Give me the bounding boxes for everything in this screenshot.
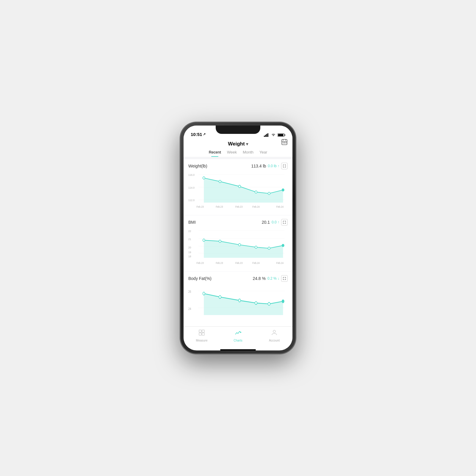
- svg-text:19: 19: [188, 251, 191, 254]
- svg-point-45: [282, 244, 284, 247]
- weight-change: 0.0 lb ↑: [268, 164, 279, 168]
- svg-rect-64: [202, 333, 204, 335]
- bmi-chart-card: BMI 20.1 0.0 ↑: [184, 215, 292, 271]
- bmi-expand-button[interactable]: [281, 219, 288, 226]
- svg-point-40: [203, 239, 205, 241]
- tab-recent[interactable]: Recent: [209, 150, 221, 157]
- svg-rect-61: [199, 330, 201, 332]
- svg-rect-7: [282, 140, 287, 145]
- measure-icon: [198, 329, 205, 338]
- wifi-icon: [271, 133, 276, 137]
- nav-item-account[interactable]: Account: [256, 329, 292, 342]
- nav-item-measure[interactable]: Measure: [184, 329, 220, 342]
- bmi-change: 0.0 ↑: [272, 220, 279, 224]
- bmi-main-value: 20.1: [262, 220, 270, 225]
- location-icon: ↗: [203, 132, 206, 136]
- bodyfat-main-value: 24.8 %: [253, 276, 266, 281]
- phone-frame: 10:51 ↗: [180, 122, 296, 354]
- bodyfat-change: 0.2 % ↓: [267, 276, 279, 281]
- app-header: Weight ▾: [184, 139, 292, 147]
- svg-rect-0: [264, 136, 265, 137]
- tab-month[interactable]: Month: [243, 150, 253, 157]
- svg-text:Feb.23: Feb.23: [216, 261, 223, 264]
- charts-icon: [234, 329, 242, 338]
- bmi-chart-svg: 22 21 20 19 18: [188, 228, 288, 267]
- svg-text:Feb.23: Feb.23: [235, 261, 243, 264]
- svg-rect-62: [202, 330, 204, 332]
- dropdown-arrow: ▾: [246, 142, 248, 146]
- svg-point-43: [255, 246, 257, 248]
- status-time: 10:51 ↗: [191, 132, 206, 137]
- weight-expand-button[interactable]: [281, 163, 288, 169]
- measure-label: Measure: [196, 339, 208, 342]
- content-area: Weight(lb) 113.4 lb 0.0 lb ↑: [184, 157, 292, 326]
- signal-icon: [264, 133, 269, 137]
- svg-text:Feb.24: Feb.24: [276, 205, 284, 208]
- svg-point-58: [255, 302, 257, 305]
- bmi-label: BMI: [188, 220, 196, 225]
- bottom-nav: Measure Charts: [184, 326, 292, 348]
- svg-text:24: 24: [188, 307, 191, 311]
- bodyfat-chart-svg: 26 24: [188, 284, 288, 323]
- bodyfat-value-area: 24.8 % 0.2 % ↓: [253, 275, 288, 282]
- bodyfat-label: Body Fat(%): [188, 276, 212, 281]
- svg-point-23: [255, 191, 257, 193]
- svg-text:Feb.23: Feb.23: [235, 205, 243, 208]
- bodyfat-chart-card: Body Fat(%) 24.8 % 0.2 % ↓: [184, 272, 292, 326]
- svg-text:Feb.23: Feb.23: [216, 205, 223, 208]
- svg-point-55: [203, 292, 205, 295]
- svg-point-65: [240, 332, 241, 333]
- svg-text:Feb.23: Feb.23: [196, 261, 204, 264]
- svg-point-42: [239, 244, 241, 246]
- svg-point-25: [282, 189, 284, 191]
- svg-rect-63: [199, 333, 201, 335]
- svg-point-56: [219, 295, 221, 298]
- title-text: Weight: [228, 141, 245, 147]
- time-label: 10:51: [191, 132, 202, 137]
- calendar-icon: [281, 139, 288, 145]
- weight-chart-card: Weight(lb) 113.4 lb 0.0 lb ↑: [184, 159, 292, 215]
- header-title[interactable]: Weight ▾: [228, 141, 248, 147]
- svg-point-60: [282, 300, 284, 303]
- phone-wrapper: 10:51 ↗: [180, 122, 296, 354]
- battery-icon: [278, 133, 285, 137]
- home-indicator: [220, 349, 256, 350]
- phone-screen: 10:51 ↗: [184, 126, 292, 350]
- svg-text:112.0: 112.0: [188, 199, 195, 202]
- svg-point-20: [203, 177, 205, 179]
- bmi-chart-header: BMI 20.1 0.0 ↑: [188, 219, 288, 226]
- svg-point-22: [239, 185, 241, 188]
- calendar-button[interactable]: [281, 139, 288, 147]
- svg-point-41: [219, 240, 221, 242]
- svg-point-24: [268, 192, 270, 195]
- tabs-bar: Recent Week Month Year: [184, 147, 292, 157]
- svg-rect-2: [266, 134, 267, 137]
- svg-point-59: [268, 302, 270, 305]
- svg-text:18: 18: [188, 255, 191, 258]
- nav-item-charts[interactable]: Charts: [220, 329, 256, 342]
- bmi-value-area: 20.1 0.0 ↑: [262, 219, 288, 226]
- weight-label: Weight(lb): [188, 164, 207, 168]
- status-icons: [264, 133, 285, 137]
- svg-text:Feb.24: Feb.24: [276, 261, 284, 264]
- svg-text:26: 26: [188, 290, 191, 294]
- tab-week[interactable]: Week: [227, 150, 237, 157]
- svg-rect-1: [265, 135, 266, 137]
- account-icon: [271, 329, 278, 338]
- weight-chart-svg: 116.0 114.0 112.0: [188, 172, 288, 210]
- bodyfat-chart-header: Body Fat(%) 24.8 % 0.2 % ↓: [188, 275, 288, 282]
- svg-text:Feb.23: Feb.23: [196, 205, 204, 208]
- svg-point-66: [273, 330, 275, 333]
- svg-point-44: [268, 247, 270, 249]
- svg-rect-13: [286, 143, 286, 143]
- bodyfat-expand-button[interactable]: [281, 275, 288, 282]
- svg-point-21: [219, 180, 221, 183]
- svg-text:114.0: 114.0: [188, 186, 195, 189]
- weight-chart-header: Weight(lb) 113.4 lb 0.0 lb ↑: [188, 163, 288, 169]
- svg-rect-6: [278, 134, 284, 136]
- svg-text:22: 22: [188, 230, 191, 233]
- svg-text:116.0: 116.0: [188, 173, 195, 177]
- tab-year[interactable]: Year: [259, 150, 267, 157]
- weight-main-value: 113.4 lb: [251, 164, 266, 168]
- notch: [216, 126, 260, 134]
